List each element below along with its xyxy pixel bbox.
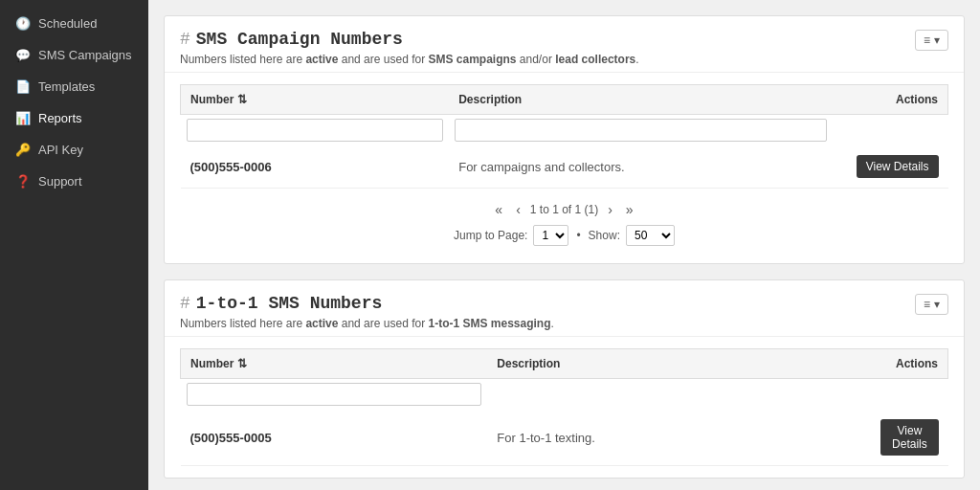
campaign-pagination: « ‹ 1 to 1 of 1 (1) › » Jump to Page: 1 … (180, 189, 948, 252)
campaign-filter-row (181, 115, 948, 146)
campaign-jump-label: Jump to Page: (454, 229, 527, 242)
support-icon: ❓ (15, 174, 31, 189)
campaign-row-number: (500)555-0006 (181, 145, 450, 189)
sms-campaign-menu-button[interactable]: ≡ ▾ (915, 30, 948, 51)
menu-chevron-1: ▾ (934, 33, 940, 47)
one-to-one-title: # 1-to-1 SMS Numbers (180, 294, 554, 313)
scheduled-icon: 🕐 (15, 16, 31, 31)
sms-campaign-subtitle: Numbers listed here are active and are u… (180, 53, 639, 66)
one-to-one-header: # 1-to-1 SMS Numbers Numbers listed here… (165, 280, 964, 337)
campaign-prev-page-button[interactable]: ‹ (512, 200, 524, 219)
one-to-one-menu-button[interactable]: ≡ ▾ (915, 294, 948, 315)
sidebar-item-templates-label: Templates (38, 79, 95, 94)
one-to-one-title-text: 1-to-1 SMS Numbers (196, 294, 382, 313)
one-to-one-table-row: (500)555-0005 For 1-to-1 texting. View D… (181, 410, 948, 466)
sidebar-item-support[interactable]: ❓ Support (0, 166, 148, 197)
menu-icon-1: ≡ (924, 33, 930, 47)
sidebar-item-support-label: Support (38, 174, 82, 189)
sidebar-item-scheduled[interactable]: 🕐 Scheduled (0, 8, 148, 39)
sms-campaign-table: Number ⇅ Description Actions (180, 84, 948, 189)
campaign-pagination-nav: « ‹ 1 to 1 of 1 (1) › » (491, 200, 636, 219)
sidebar-item-scheduled-label: Scheduled (38, 16, 97, 31)
one-to-one-view-details-button[interactable]: View Details (880, 419, 938, 456)
sidebar-item-api-key-label: API Key (38, 143, 83, 157)
campaign-dot-separator: • (576, 229, 580, 242)
one-to-one-filter-number-cell (181, 379, 488, 411)
campaign-pagination-text: 1 to 1 of 1 (1) (530, 203, 598, 216)
sidebar-item-templates[interactable]: 📄 Templates (0, 71, 148, 102)
one-to-one-col-actions: Actions (871, 349, 947, 379)
campaign-filter-actions-cell (833, 115, 947, 146)
sidebar-item-sms-campaigns-label: SMS Campaigns (38, 48, 132, 62)
campaign-col-actions: Actions (833, 85, 947, 115)
sms-campaigns-icon: 💬 (15, 48, 31, 62)
one-to-one-title-block: # 1-to-1 SMS Numbers Numbers listed here… (180, 294, 554, 330)
main-content: # SMS Campaign Numbers Numbers listed he… (148, 0, 980, 490)
campaign-table-row: (500)555-0006 For campaigns and collecto… (181, 145, 948, 189)
sms-campaign-title-block: # SMS Campaign Numbers Numbers listed he… (180, 30, 639, 66)
campaign-filter-number-cell (181, 115, 450, 146)
one-to-one-filter-actions-cell (871, 379, 947, 411)
one-to-one-filter-desc-cell (487, 379, 871, 411)
campaign-filter-desc-cell (449, 115, 833, 146)
campaign-first-page-button[interactable]: « (491, 200, 506, 219)
campaign-show-label: Show: (589, 229, 620, 242)
one-to-one-row-actions: View Details (871, 410, 947, 466)
sidebar-item-reports[interactable]: 📊 Reports (0, 102, 148, 134)
one-to-one-filter-number-input[interactable] (187, 383, 482, 406)
campaign-col-description: Description (449, 85, 833, 115)
campaign-filter-desc-input[interactable] (455, 119, 827, 142)
campaign-next-page-button[interactable]: › (604, 200, 616, 219)
campaign-pagination-controls: Jump to Page: 1 • Show: 10 25 50 100 (454, 225, 675, 246)
sort-icon-number-2[interactable]: ⇅ (237, 357, 247, 370)
campaign-last-page-button[interactable]: » (622, 200, 637, 219)
one-to-one-col-description: Description (487, 349, 871, 379)
sms-campaign-title: # SMS Campaign Numbers (180, 30, 639, 49)
api-key-icon: 🔑 (15, 143, 31, 157)
hash-icon-1: # (180, 30, 190, 49)
one-to-one-row-number: (500)555-0005 (181, 410, 488, 466)
menu-chevron-2: ▾ (934, 298, 940, 311)
one-to-one-filter-row (181, 379, 948, 411)
reports-icon: 📊 (15, 111, 31, 125)
campaign-show-select[interactable]: 10 25 50 100 (626, 225, 675, 246)
campaign-filter-number-input[interactable] (187, 119, 444, 142)
sidebar-item-sms-campaigns[interactable]: 💬 SMS Campaigns (0, 39, 148, 71)
sidebar-item-reports-label: Reports (38, 111, 82, 125)
one-to-one-table: Number ⇅ Description Actions (180, 348, 948, 466)
sort-icon-number-1[interactable]: ⇅ (237, 93, 247, 106)
hash-icon-2: # (180, 294, 190, 313)
campaign-view-details-button[interactable]: View Details (857, 155, 939, 178)
campaign-row-actions: View Details (833, 145, 947, 189)
sidebar-item-api-key[interactable]: 🔑 API Key (0, 134, 148, 166)
menu-icon-2: ≡ (924, 298, 930, 311)
one-to-one-col-number: Number ⇅ (181, 349, 488, 379)
sms-campaign-card: # SMS Campaign Numbers Numbers listed he… (164, 15, 965, 264)
one-to-one-card: # 1-to-1 SMS Numbers Numbers listed here… (164, 279, 965, 479)
sms-campaign-header: # SMS Campaign Numbers Numbers listed he… (165, 16, 964, 73)
one-to-one-row-description: For 1-to-1 texting. (487, 410, 871, 466)
one-to-one-body: Number ⇅ Description Actions (165, 337, 964, 478)
campaign-col-number: Number ⇅ (181, 85, 450, 115)
sms-campaign-title-text: SMS Campaign Numbers (196, 30, 403, 49)
templates-icon: 📄 (15, 79, 31, 94)
campaign-jump-select[interactable]: 1 (533, 225, 568, 246)
one-to-one-subtitle: Numbers listed here are active and are u… (180, 317, 554, 330)
campaign-row-description: For campaigns and collectors. (449, 145, 833, 189)
sms-campaign-body: Number ⇅ Description Actions (165, 73, 964, 263)
sidebar: 🕐 Scheduled 💬 SMS Campaigns 📄 Templates … (0, 0, 148, 490)
